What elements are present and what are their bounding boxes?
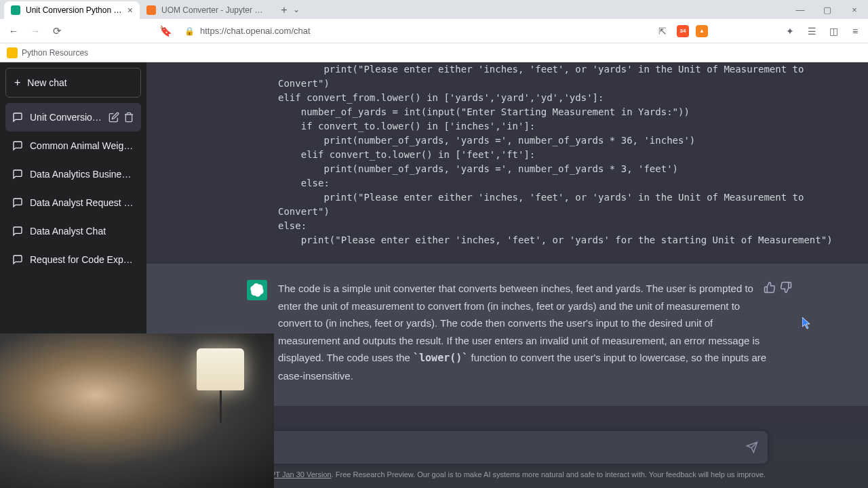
browser-tab-active[interactable]: Unit Conversion Python Code × [4, 1, 140, 19]
user-code-block: print("Please enter either 'inches, 'fee… [278, 62, 833, 247]
bookmark-icon[interactable]: 🔖 [157, 23, 174, 39]
jupyter-favicon [146, 5, 156, 15]
share-icon[interactable]: ⇱ [655, 24, 670, 39]
tab-title: UOM Converter - Jupyter Notebook [161, 5, 269, 15]
chat-icon [12, 197, 23, 208]
toolbar-right: ⇱ 34 ▲ ✦ ☰ ◫ ≡ [655, 24, 863, 39]
conversation-actions [108, 112, 134, 123]
message-actions [764, 281, 792, 293]
address-bar[interactable]: 🔒 https://chat.openai.com/chat [179, 22, 650, 41]
tab-title: Unit Conversion Python Code [26, 5, 122, 15]
plus-icon: + [14, 77, 20, 89]
chat-icon [12, 169, 23, 180]
minimize-button[interactable]: — [787, 0, 814, 19]
chat-input-field[interactable] [256, 442, 746, 453]
brave-shields-icon[interactable]: 34 [677, 25, 689, 37]
thumbs-down-icon[interactable] [780, 281, 792, 293]
conversation-title: Unit Conversion Python [30, 112, 102, 123]
new-chat-button[interactable]: + New chat [5, 68, 141, 98]
conversation-title: Data Analyst Chat [30, 226, 134, 237]
chat-icon [12, 140, 23, 151]
lamp-decoration [197, 348, 244, 423]
footer-text: ChatGPT Jan 30 Version. Free Research Pr… [247, 470, 768, 483]
conversation-title: Common Animal Weights List [30, 140, 134, 151]
assistant-text: The code is a simple unit converter that… [278, 280, 768, 384]
bookmarks-bar: Python Resources [0, 43, 868, 62]
video-overlay [0, 333, 274, 488]
sidebar-conversation[interactable]: Request for Code Explanation [5, 245, 141, 274]
send-icon[interactable] [746, 441, 758, 453]
brave-rewards-icon[interactable]: ▲ [696, 25, 708, 37]
conversation-title: Request for Code Explanation [30, 254, 134, 265]
chat-icon [12, 254, 23, 265]
browser-tab-inactive[interactable]: UOM Converter - Jupyter Notebook [140, 1, 275, 19]
new-tab-button[interactable]: + [275, 1, 293, 19]
reading-list-icon[interactable]: ☰ [804, 24, 819, 39]
sidebar-conversation-active[interactable]: Unit Conversion Python [5, 103, 141, 131]
sidebar-conversation[interactable]: Data Analytics Business Featur [5, 160, 141, 188]
thumbs-up-icon[interactable] [764, 281, 776, 293]
tabs-dropdown-icon[interactable]: ⌄ [293, 5, 300, 14]
extensions-icon[interactable]: ✦ [783, 24, 797, 39]
window-controls: — ▢ × [787, 0, 868, 19]
conversation-title: Data Analyst Request No Data [30, 197, 134, 208]
url-text: https://chat.openai.com/chat [200, 26, 311, 36]
browser-tabs: Unit Conversion Python Code × UOM Conver… [0, 0, 293, 19]
conversation-title: Data Analytics Business Featur [30, 169, 134, 180]
lock-icon: 🔒 [184, 26, 195, 36]
chatgpt-favicon [11, 5, 20, 15]
tab-close-icon[interactable]: × [127, 5, 133, 16]
bookmark-item[interactable]: Python Resources [22, 48, 88, 58]
bookmark-folder-icon [7, 47, 18, 58]
close-window-button[interactable]: × [841, 0, 868, 19]
sidepanel-icon[interactable]: ◫ [826, 24, 841, 39]
inline-code: `lower()` [413, 352, 468, 364]
new-chat-label: New chat [27, 77, 66, 88]
user-message: print("Please enter either 'inches, 'fee… [146, 62, 868, 264]
chat-icon [12, 226, 23, 237]
back-button[interactable]: ← [5, 23, 22, 39]
forward-button[interactable]: → [27, 23, 43, 39]
browser-toolbar: ← → ⟳ 🔖 🔒 https://chat.openai.com/chat ⇱… [0, 19, 868, 43]
sidebar-conversation[interactable]: Common Animal Weights List [5, 131, 141, 160]
edit-icon[interactable] [108, 112, 119, 123]
menu-icon[interactable]: ≡ [848, 24, 863, 39]
window-titlebar: Unit Conversion Python Code × UOM Conver… [0, 0, 868, 19]
sidebar-conversation[interactable]: Data Analyst Request No Data [5, 188, 141, 217]
sidebar-conversation[interactable]: Data Analyst Chat [5, 217, 141, 245]
assistant-avatar [247, 280, 267, 300]
delete-icon[interactable] [123, 112, 134, 123]
reload-button[interactable]: ⟳ [49, 23, 65, 39]
chat-input-box[interactable] [247, 431, 768, 464]
chat-icon [12, 112, 23, 123]
maximize-button[interactable]: ▢ [814, 0, 841, 19]
